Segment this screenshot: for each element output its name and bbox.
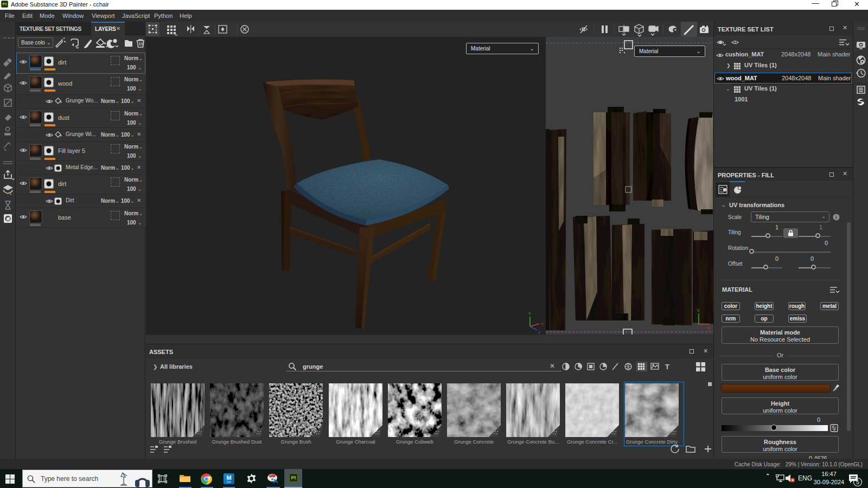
svg-text:1: 1 [734, 41, 736, 44]
svg-text:i: i [835, 215, 837, 220]
svg-text:ATA: ATA [227, 481, 231, 484]
svg-text:Y: Y [528, 312, 531, 316]
svg-text:5: 5 [856, 479, 859, 485]
svg-text:T: T [665, 363, 669, 371]
svg-text:X: X [541, 322, 544, 326]
svg-text:1: 1 [10, 191, 12, 195]
svg-text:Z: Z [538, 331, 541, 335]
svg-text:M: M [226, 474, 231, 481]
svg-text:V: V [697, 309, 700, 312]
svg-text:U: U [707, 326, 710, 330]
